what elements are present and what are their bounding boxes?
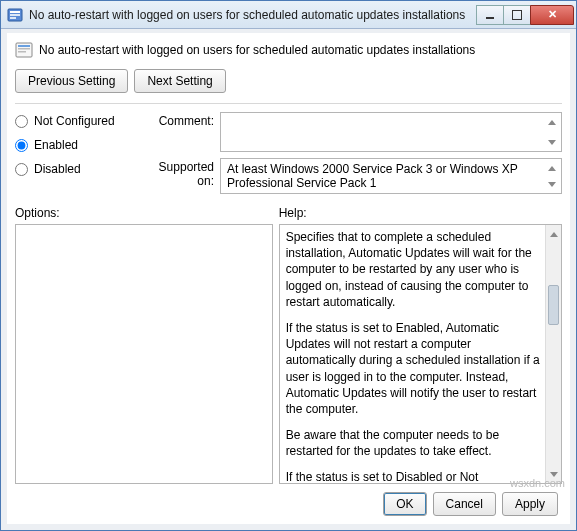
- scrollbar-thumb[interactable]: [548, 285, 559, 325]
- options-pane: Options:: [15, 206, 273, 484]
- help-text: Specifies that to complete a scheduled i…: [286, 229, 543, 484]
- supported-value: At least Windows 2000 Service Pack 3 or …: [227, 162, 518, 190]
- options-box: [15, 224, 273, 484]
- scroll-down-icon[interactable]: [547, 467, 561, 481]
- window-title: No auto-restart with logged on users for…: [29, 8, 477, 22]
- previous-setting-button[interactable]: Previous Setting: [15, 69, 128, 93]
- radio-disabled[interactable]: Disabled: [15, 162, 145, 176]
- dialog-body: No auto-restart with logged on users for…: [1, 29, 576, 530]
- help-label: Help:: [279, 206, 562, 220]
- svg-rect-7: [18, 51, 26, 53]
- lower-panes: Options: Help: Specifies that to complet…: [15, 206, 562, 484]
- comment-label: Comment:: [145, 112, 220, 128]
- help-p2: If the status is set to Enabled, Automat…: [286, 320, 543, 417]
- supported-field: At least Windows 2000 Service Pack 3 or …: [220, 158, 562, 194]
- ok-button[interactable]: OK: [383, 492, 426, 516]
- window-controls: [477, 5, 574, 25]
- policy-header: No auto-restart with logged on users for…: [15, 37, 562, 69]
- next-setting-button[interactable]: Next Setting: [134, 69, 225, 93]
- dialog-footer: OK Cancel Apply: [15, 484, 562, 518]
- scroll-down-icon[interactable]: [545, 135, 559, 149]
- radio-enabled-input[interactable]: [15, 139, 28, 152]
- fields-column: Comment: Supported on: At least Windows …: [145, 112, 562, 194]
- svg-rect-6: [18, 48, 30, 50]
- radio-not-configured-label: Not Configured: [34, 114, 115, 128]
- supported-row: Supported on: At least Windows 2000 Serv…: [145, 158, 562, 194]
- dialog-window: No auto-restart with logged on users for…: [0, 0, 577, 531]
- nav-buttons: Previous Setting Next Setting: [15, 69, 562, 93]
- help-p4: If the status is set to Disabled or Not …: [286, 469, 543, 484]
- svg-rect-1: [10, 11, 20, 13]
- scroll-down-icon[interactable]: [545, 177, 559, 191]
- help-box: Specifies that to complete a scheduled i…: [279, 224, 562, 484]
- comment-row: Comment:: [145, 112, 562, 152]
- radio-disabled-input[interactable]: [15, 163, 28, 176]
- policy-name: No auto-restart with logged on users for…: [39, 43, 475, 57]
- radio-enabled[interactable]: Enabled: [15, 138, 145, 152]
- help-p3: Be aware that the computer needs to be r…: [286, 427, 543, 459]
- scroll-up-icon[interactable]: [545, 161, 559, 175]
- policy-icon: [15, 41, 33, 59]
- radio-enabled-label: Enabled: [34, 138, 78, 152]
- radio-not-configured[interactable]: Not Configured: [15, 114, 145, 128]
- comment-field[interactable]: [220, 112, 562, 152]
- help-p1: Specifies that to complete a scheduled i…: [286, 229, 543, 310]
- help-pane: Help: Specifies that to complete a sched…: [279, 206, 562, 484]
- radio-not-configured-input[interactable]: [15, 115, 28, 128]
- state-radios: Not Configured Enabled Disabled: [15, 112, 145, 194]
- svg-rect-3: [10, 17, 16, 19]
- maximize-button[interactable]: [503, 5, 531, 25]
- config-block: Not Configured Enabled Disabled Comment:: [15, 112, 562, 194]
- divider: [15, 103, 562, 104]
- svg-rect-2: [10, 14, 20, 16]
- title-bar: No auto-restart with logged on users for…: [1, 1, 576, 29]
- close-button[interactable]: [530, 5, 574, 25]
- minimize-button[interactable]: [476, 5, 504, 25]
- help-scrollbar[interactable]: [545, 225, 561, 483]
- supported-label: Supported on:: [145, 158, 220, 188]
- svg-rect-5: [18, 45, 30, 47]
- scroll-up-icon[interactable]: [545, 115, 559, 129]
- options-label: Options:: [15, 206, 273, 220]
- app-icon: [7, 7, 23, 23]
- cancel-button[interactable]: Cancel: [433, 492, 496, 516]
- scroll-up-icon[interactable]: [547, 227, 561, 241]
- apply-button[interactable]: Apply: [502, 492, 558, 516]
- radio-disabled-label: Disabled: [34, 162, 81, 176]
